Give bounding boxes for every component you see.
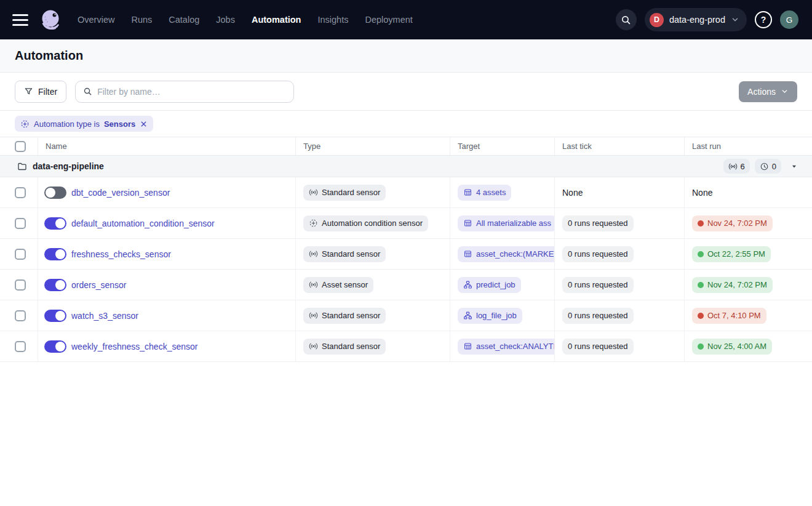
automation-condition-icon — [20, 119, 30, 129]
folder-icon — [17, 161, 27, 171]
sensor-target-label: log_file_job — [476, 311, 517, 320]
sensor-type-label: Standard sensor — [322, 249, 380, 259]
global-search-button[interactable] — [616, 9, 637, 30]
sensor-target-link[interactable]: log_file_job — [458, 308, 522, 324]
name-filter-input[interactable] — [97, 87, 286, 97]
nav-item-overview[interactable]: Overview — [78, 15, 114, 25]
row-checkbox[interactable] — [15, 310, 26, 321]
last-run-timestamp: Oct 22, 2:55 PM — [707, 249, 765, 259]
sensor-target-label: asset_check:(MARKET — [476, 249, 555, 259]
sensor-toggle[interactable] — [44, 217, 66, 230]
sensor-target-label: All materializable ass — [476, 219, 551, 228]
table-row: dbt_code_version_sensorStandard sensor4 … — [0, 177, 812, 208]
sensor-count-badge: 6 — [723, 159, 750, 174]
workspace-switcher[interactable]: D data-eng-prod — [645, 8, 747, 31]
column-header-last-run: Last run — [685, 137, 812, 155]
sensor-target-link[interactable]: asset_check:(MARKET — [458, 246, 555, 262]
sensor-name-link[interactable]: watch_s3_sensor — [71, 311, 138, 321]
nav-item-automation[interactable]: Automation — [252, 15, 301, 25]
actions-button[interactable]: Actions — [739, 81, 797, 102]
last-run-status-badge[interactable]: Nov 24, 7:02 PM — [692, 277, 773, 293]
nav-item-jobs[interactable]: Jobs — [216, 15, 235, 25]
sensor-type-label: Standard sensor — [322, 342, 380, 351]
asset-icon — [463, 219, 472, 228]
last-run-timestamp: Nov 24, 7:02 PM — [707, 219, 767, 228]
nav-item-catalog[interactable]: Catalog — [169, 15, 199, 25]
sensor-toggle[interactable] — [44, 340, 66, 353]
chevron-down-icon — [781, 87, 789, 95]
table-row: orders_sensorAsset sensorpredict_job0 ru… — [0, 270, 812, 300]
sensor-type-label: Standard sensor — [322, 188, 380, 197]
sensor-type-tag: Standard sensor — [303, 185, 386, 201]
clock-icon — [760, 162, 769, 171]
sensor-name-link[interactable]: weekly_freshness_check_sensor — [71, 342, 197, 351]
primary-nav: OverviewRunsCatalogJobsAutomationInsight… — [78, 15, 413, 25]
top-nav: OverviewRunsCatalogJobsAutomationInsight… — [0, 0, 812, 39]
collapse-group-button[interactable] — [790, 162, 798, 171]
sensor-type-tag: Standard sensor — [303, 308, 386, 324]
asset-icon — [463, 342, 472, 351]
user-avatar[interactable]: G — [780, 10, 798, 29]
nav-item-deployment[interactable]: Deployment — [365, 15, 412, 25]
sensor-type-label: Standard sensor — [322, 311, 380, 320]
sensor-icon — [309, 280, 318, 289]
sensor-target-link[interactable]: predict_job — [458, 277, 521, 293]
last-tick-value: None — [562, 188, 583, 198]
filter-chip-automation-type: Automation type is Sensors — [15, 116, 153, 132]
row-checkbox[interactable] — [15, 187, 26, 198]
caret-down-icon — [790, 162, 798, 171]
close-icon[interactable] — [140, 120, 148, 128]
sensor-type-tag: Asset sensor — [303, 277, 373, 293]
sensor-toggle[interactable] — [44, 279, 66, 291]
nav-item-insights[interactable]: Insights — [317, 15, 348, 25]
sensor-type-tag: Automation condition sensor — [303, 215, 428, 231]
dagster-logo-icon[interactable] — [38, 7, 64, 33]
sensor-toggle[interactable] — [44, 310, 66, 322]
sensor-target-link[interactable]: All materializable ass — [458, 215, 555, 231]
sensor-target-link[interactable]: asset_check:ANALYTI — [458, 339, 555, 355]
code-location-group-row: data-eng-pipeline 6 0 — [0, 156, 812, 177]
sensor-type-label: Automation condition sensor — [322, 219, 423, 228]
filter-chip-value: Sensors — [104, 119, 135, 129]
select-all-checkbox[interactable] — [15, 141, 26, 152]
row-checkbox[interactable] — [15, 279, 26, 291]
sensor-icon — [309, 188, 318, 197]
last-tick-badge: 0 runs requested — [562, 308, 634, 324]
hamburger-menu-icon[interactable] — [12, 14, 28, 26]
row-checkbox[interactable] — [15, 249, 26, 260]
row-checkbox[interactable] — [15, 341, 26, 352]
last-run-status-badge[interactable]: Oct 22, 2:55 PM — [692, 246, 771, 262]
sensor-target-link[interactable]: 4 assets — [458, 185, 511, 201]
last-run-status-badge[interactable]: Nov 24, 7:02 PM — [692, 215, 773, 231]
sensor-icon — [728, 162, 738, 171]
run-failure-dot-icon — [698, 313, 704, 319]
filter-button-label: Filter — [38, 87, 57, 97]
last-run-status-badge[interactable]: Oct 7, 4:10 PM — [692, 308, 766, 324]
run-success-dot-icon — [698, 251, 704, 257]
sensor-toggle[interactable] — [44, 187, 66, 199]
search-icon — [621, 15, 631, 25]
filter-button[interactable]: Filter — [15, 81, 66, 103]
actions-button-label: Actions — [747, 87, 776, 97]
asset-icon — [463, 188, 472, 197]
sensor-name-link[interactable]: orders_sensor — [71, 280, 127, 290]
sensor-name-link[interactable]: freshness_checks_sensor — [71, 249, 171, 259]
table-row: default_automation_condition_sensorAutom… — [0, 208, 812, 239]
sensor-name-link[interactable]: dbt_code_version_sensor — [71, 188, 170, 198]
sensor-name-link[interactable]: default_automation_condition_sensor — [71, 219, 215, 228]
last-run-timestamp: Nov 25, 4:00 AM — [707, 342, 766, 351]
column-header-last-tick: Last tick — [555, 137, 685, 155]
help-button[interactable]: ? — [755, 11, 772, 28]
sensor-target-label: asset_check:ANALYTI — [476, 342, 555, 351]
row-checkbox[interactable] — [15, 218, 26, 229]
column-header-name: Name — [38, 137, 296, 155]
sensor-type-tag: Standard sensor — [303, 339, 386, 355]
run-failure-dot-icon — [698, 220, 704, 227]
sensor-toggle[interactable] — [44, 248, 66, 260]
run-success-dot-icon — [698, 282, 704, 288]
nav-item-runs[interactable]: Runs — [131, 15, 152, 25]
job-icon — [463, 311, 472, 320]
last-run-status-badge[interactable]: Nov 25, 4:00 AM — [692, 339, 772, 355]
column-header-type: Type — [296, 137, 450, 155]
sensor-icon — [309, 311, 318, 320]
